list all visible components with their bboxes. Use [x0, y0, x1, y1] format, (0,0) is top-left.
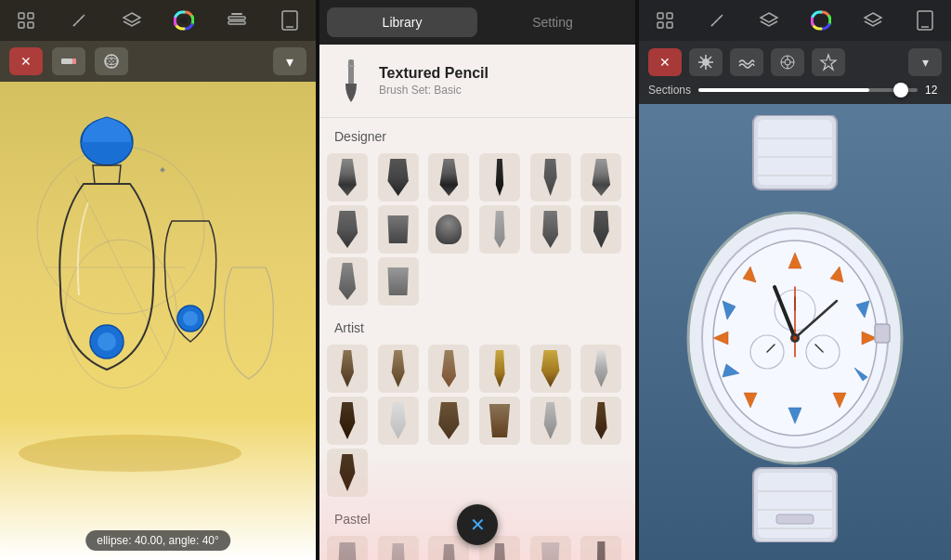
slider-thumb[interactable] — [893, 83, 908, 98]
stack-icon[interactable] — [224, 7, 250, 33]
watch-canvas — [639, 98, 951, 560]
brush-item[interactable] — [580, 205, 621, 254]
brush-item[interactable] — [327, 153, 368, 202]
transform-button[interactable] — [95, 47, 128, 75]
right-top-toolbar — [639, 0, 951, 41]
brush-item[interactable] — [428, 345, 469, 393]
svg-rect-11 — [228, 21, 245, 24]
brush-item[interactable] — [378, 345, 419, 393]
svg-line-6 — [77, 20, 79, 22]
layers-icon-right[interactable] — [756, 7, 782, 33]
svg-point-27 — [183, 311, 198, 326]
svg-rect-94 — [776, 514, 814, 524]
layers-icon[interactable] — [119, 7, 145, 33]
more-button[interactable]: ▾ — [273, 47, 306, 75]
slider-value: 12 — [925, 84, 942, 97]
svg-rect-2 — [19, 22, 24, 28]
brush-item[interactable] — [428, 153, 469, 202]
designer-brush-grid — [319, 150, 635, 309]
grid-icon[interactable] — [13, 7, 39, 33]
brush-item[interactable] — [428, 205, 469, 254]
slider-fill — [698, 88, 869, 92]
close-button-right[interactable]: ✕ — [648, 48, 682, 76]
brush-item[interactable] — [530, 205, 571, 254]
svg-point-52 — [785, 59, 790, 65]
close-button[interactable]: ✕ — [9, 47, 43, 75]
section-label-designer: Designer — [319, 118, 635, 150]
symmetry-radial-icon[interactable] — [689, 48, 723, 76]
svg-line-40 — [715, 20, 717, 22]
brush-item[interactable] — [530, 397, 571, 445]
brush-item[interactable] — [378, 205, 419, 254]
symmetry-mandala-icon[interactable] — [771, 48, 804, 76]
stack-icon-right[interactable] — [860, 7, 886, 33]
svg-rect-88 — [875, 324, 890, 343]
brush-item[interactable] — [580, 345, 621, 393]
tab-library[interactable]: Library — [327, 7, 477, 37]
brush-item[interactable] — [479, 205, 520, 254]
svg-line-39 — [711, 24, 713, 26]
brush-item[interactable] — [327, 345, 368, 393]
brush-set: Brush Set: Basic — [379, 84, 489, 97]
sections-slider-row: Sections 12 — [648, 84, 942, 97]
svg-point-25 — [98, 332, 116, 351]
center-panel: Library Setting Textured Pencil Brush Se… — [319, 0, 635, 560]
center-close-fab[interactable]: ✕ — [457, 504, 498, 545]
svg-rect-32 — [348, 59, 354, 85]
brush-info: Textured Pencil Brush Set: Basic — [379, 65, 489, 97]
grid-icon-right[interactable] — [652, 7, 678, 33]
sections-slider[interactable] — [698, 88, 918, 92]
svg-rect-33 — [347, 65, 355, 67]
svg-point-31 — [19, 435, 241, 472]
brush-item[interactable] — [327, 205, 368, 254]
svg-point-17 — [105, 55, 118, 68]
svg-rect-15 — [61, 59, 72, 64]
left-top-toolbar — [0, 0, 316, 41]
brush-item[interactable] — [327, 257, 368, 306]
svg-rect-37 — [667, 22, 672, 28]
brush-name: Textured Pencil — [379, 65, 489, 82]
svg-rect-16 — [72, 59, 76, 64]
more-button-right[interactable]: ▾ — [908, 48, 942, 76]
svg-line-5 — [73, 24, 75, 26]
ruler-icon-right[interactable] — [704, 7, 730, 33]
color-wheel-icon[interactable] — [171, 7, 197, 33]
symmetry-star-icon[interactable] — [812, 48, 845, 76]
drawing-canvas[interactable]: ellipse: 40.00, angle: 40° — [0, 82, 316, 560]
brush-item[interactable] — [479, 345, 520, 393]
svg-rect-10 — [228, 17, 245, 20]
brush-library: Designer Artist — [319, 118, 635, 560]
symmetry-wave-icon[interactable] — [730, 48, 763, 76]
right-panel: ✕ — [639, 0, 951, 560]
slider-label: Sections — [648, 84, 691, 97]
color-wheel-icon-right[interactable] — [808, 7, 834, 33]
eraser-button[interactable] — [52, 47, 85, 75]
brush-item[interactable] — [479, 153, 520, 202]
brush-item[interactable] — [327, 397, 368, 445]
brush-item[interactable] — [378, 257, 419, 306]
svg-rect-12 — [231, 13, 242, 15]
brush-item[interactable] — [428, 397, 469, 445]
status-bar: ellipse: 40.00, angle: 40° — [85, 530, 230, 551]
svg-rect-3 — [28, 22, 33, 28]
svg-rect-35 — [667, 13, 672, 19]
tab-setting[interactable]: Setting — [477, 7, 628, 37]
svg-point-87 — [793, 336, 797, 340]
brush-item[interactable] — [378, 397, 419, 445]
device-icon[interactable] — [277, 7, 303, 33]
device-icon-right[interactable] — [912, 7, 938, 33]
svg-point-9 — [180, 17, 188, 24]
left-secondary-toolbar: ✕ ▾ — [0, 41, 316, 82]
brush-preview-icon — [334, 58, 368, 104]
ruler-icon[interactable] — [66, 7, 92, 33]
brush-item[interactable] — [530, 345, 571, 393]
brush-item[interactable] — [378, 153, 419, 202]
brush-item[interactable] — [580, 397, 621, 445]
brush-item[interactable] — [580, 153, 621, 202]
right-secondary-toolbar: ✕ — [639, 41, 951, 104]
brush-item[interactable] — [479, 397, 520, 445]
svg-rect-1 — [28, 13, 33, 19]
slider-track[interactable] — [698, 88, 918, 92]
brush-header: Textured Pencil Brush Set: Basic — [319, 45, 635, 118]
brush-item[interactable] — [530, 153, 571, 202]
